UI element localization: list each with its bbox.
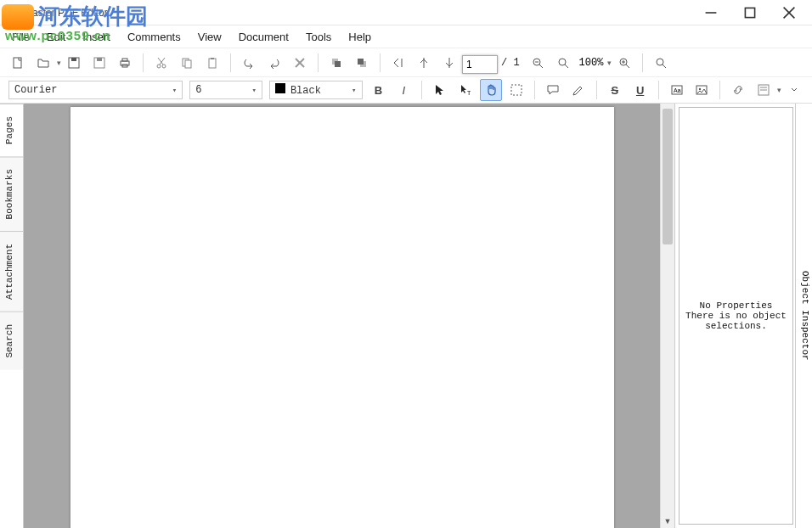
page-total-label: / 1 <box>501 57 520 69</box>
object-inspector-panel: No Properties There is no object selecti… <box>679 107 793 525</box>
svg-rect-23 <box>358 59 364 65</box>
select-tool-button[interactable] <box>429 79 451 101</box>
save-button[interactable] <box>63 52 85 74</box>
next-page-button[interactable] <box>438 52 460 74</box>
send-back-button[interactable] <box>351 52 373 74</box>
open-button[interactable] <box>32 52 54 74</box>
delete-button[interactable] <box>289 52 311 74</box>
close-button[interactable] <box>770 0 809 25</box>
left-tabstrip: Pages Bookmarks Attachment Search <box>0 104 24 528</box>
svg-point-12 <box>157 65 161 68</box>
svg-line-34 <box>663 65 666 68</box>
zoom-value: 100% <box>579 57 604 69</box>
separator-icon <box>596 81 597 99</box>
highlight-button[interactable] <box>567 79 589 101</box>
text-select-tool-button[interactable]: T <box>454 79 476 101</box>
underline-button[interactable]: U <box>629 79 651 101</box>
undo-button[interactable] <box>238 52 260 74</box>
maximize-button[interactable] <box>730 0 770 25</box>
print-button[interactable] <box>114 52 136 74</box>
svg-point-40 <box>699 88 701 90</box>
svg-rect-39 <box>696 86 707 94</box>
inspector-line2: There is no object <box>685 311 787 321</box>
tab-search[interactable]: Search <box>0 312 23 370</box>
menu-view[interactable]: View <box>189 28 230 46</box>
paste-button[interactable] <box>201 52 223 74</box>
zoom-in-button[interactable] <box>613 52 635 74</box>
font-select[interactable]: Courier▾ <box>8 81 183 99</box>
font-color-select[interactable]: Black▾ <box>269 81 363 99</box>
chevron-down-icon: ▾ <box>352 86 356 95</box>
tab-object-inspector[interactable]: Object Inspector <box>795 104 812 528</box>
menu-file[interactable]: File <box>3 28 38 46</box>
tab-attachment[interactable]: Attachment <box>0 231 23 312</box>
font-size-value: 6 <box>195 84 201 96</box>
first-page-button[interactable] <box>387 52 409 74</box>
copy-button[interactable] <box>176 52 198 74</box>
marquee-tool-button[interactable] <box>505 79 527 101</box>
form-button[interactable] <box>753 79 775 101</box>
menu-help[interactable]: Help <box>340 28 380 46</box>
svg-text:T: T <box>467 90 471 96</box>
overflow-button[interactable] <box>783 79 805 101</box>
pdf-page <box>70 107 614 528</box>
scroll-down-icon[interactable]: ▼ <box>661 514 674 528</box>
svg-rect-37 <box>672 86 682 94</box>
separator-icon <box>143 53 144 72</box>
svg-rect-5 <box>69 58 79 68</box>
scrollbar-thumb[interactable] <box>663 109 673 244</box>
link-button[interactable] <box>727 79 749 101</box>
menu-comments[interactable]: Comments <box>119 28 189 46</box>
svg-point-33 <box>657 59 663 65</box>
tab-pages[interactable]: Pages <box>0 104 23 156</box>
titlebar: Master PDF Editor <box>0 0 812 25</box>
svg-rect-8 <box>97 58 102 61</box>
comment-button[interactable] <box>542 79 564 101</box>
zoom-out-button[interactable] <box>527 52 549 74</box>
form-dropdown-icon[interactable]: ▾ <box>777 86 781 94</box>
svg-rect-21 <box>335 61 341 67</box>
menu-insert[interactable]: Insert <box>74 28 119 46</box>
svg-rect-6 <box>71 58 76 61</box>
zoom-dropdown-icon[interactable]: ▾ <box>607 59 612 67</box>
chevron-down-icon: ▾ <box>251 86 256 95</box>
font-select-value: Courier <box>14 84 57 96</box>
inspector-line1: No Properties <box>685 301 787 311</box>
search-button[interactable] <box>650 52 672 74</box>
svg-point-13 <box>162 65 166 68</box>
strikethrough-button[interactable]: S <box>604 79 626 101</box>
bring-front-button[interactable] <box>325 52 347 74</box>
prev-page-button[interactable] <box>413 52 435 74</box>
right-pane: No Properties There is no object selecti… <box>674 104 812 528</box>
new-button[interactable] <box>7 52 29 74</box>
menu-tools[interactable]: Tools <box>297 28 340 46</box>
menubar: File Edit Insert Comments View Document … <box>0 25 812 48</box>
menu-document[interactable]: Document <box>230 28 297 46</box>
menu-edit[interactable]: Edit <box>38 28 74 46</box>
document-viewport[interactable] <box>24 104 660 528</box>
open-dropdown-icon[interactable]: ▾ <box>57 59 61 67</box>
separator-icon <box>658 81 659 99</box>
svg-rect-16 <box>209 59 216 68</box>
saveas-button[interactable] <box>88 52 110 74</box>
image-button[interactable] <box>691 79 713 101</box>
text-box-button[interactable]: Aa <box>666 79 688 101</box>
cut-button[interactable] <box>150 52 172 74</box>
minimize-button[interactable] <box>691 0 730 25</box>
tab-bookmarks[interactable]: Bookmarks <box>0 156 23 231</box>
italic-button[interactable]: I <box>392 79 414 101</box>
svg-rect-22 <box>360 61 366 67</box>
zoom-fit-button[interactable] <box>552 52 574 74</box>
redo-button[interactable] <box>263 52 285 74</box>
svg-line-30 <box>626 65 629 68</box>
hand-tool-button[interactable] <box>480 79 502 101</box>
separator-icon <box>380 53 381 72</box>
vertical-scrollbar[interactable]: ▲ ▼ <box>660 104 674 528</box>
separator-icon <box>421 81 422 99</box>
bold-button[interactable]: B <box>368 79 390 101</box>
svg-point-27 <box>559 59 566 65</box>
svg-rect-14 <box>183 59 189 66</box>
font-size-select[interactable]: 6▾ <box>189 81 262 99</box>
svg-line-25 <box>539 65 543 68</box>
page-number-input[interactable] <box>462 55 498 74</box>
